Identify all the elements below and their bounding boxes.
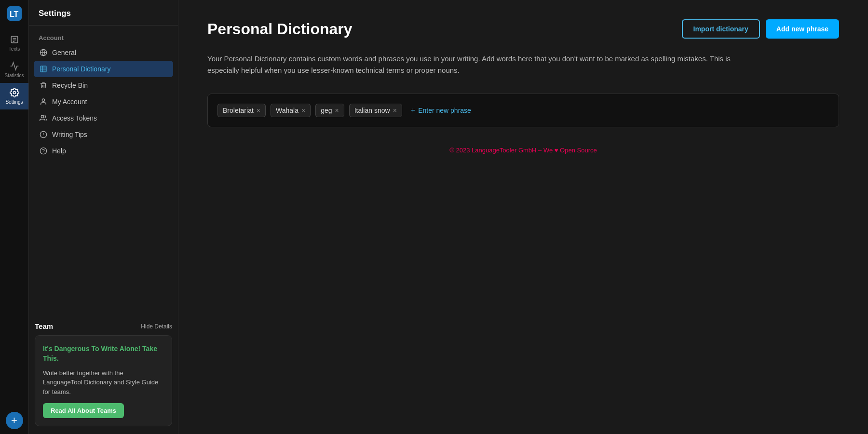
tag-label: Wahala — [276, 107, 298, 114]
svg-point-13 — [42, 99, 44, 101]
page-actions: Import dictionary Add new phrase — [682, 19, 840, 39]
footer-text: © 2023 LanguageTooler GmbH – We ♥ Open S… — [449, 147, 597, 154]
team-cta-button[interactable]: Read All About Teams — [43, 403, 124, 418]
main-content: Personal Dictionary Import dictionary Ad… — [178, 0, 868, 434]
svg-text:LT: LT — [10, 10, 19, 18]
remove-italian-snow-button[interactable]: × — [393, 107, 397, 114]
team-label: Team — [35, 322, 53, 330]
enter-phrase-label: Enter new phrase — [418, 107, 471, 114]
page-header: Personal Dictionary Import dictionary Ad… — [207, 19, 839, 39]
add-new-button[interactable]: + — [6, 412, 23, 429]
tag-label: Italian snow — [354, 107, 390, 114]
sidebar-item-my-account-label: My Account — [52, 98, 87, 106]
sidebar-item-recycle-bin[interactable]: Recycle Bin — [34, 77, 173, 94]
footer: © 2023 LanguageTooler GmbH – We ♥ Open S… — [207, 147, 839, 154]
svg-point-14 — [41, 115, 43, 118]
page-description: Your Personal Dictionary contains custom… — [207, 53, 738, 76]
add-new-phrase-button[interactable]: Add new phrase — [766, 19, 839, 39]
plus-icon: + — [411, 106, 415, 115]
tag-label: Broletariat — [223, 107, 254, 114]
sidebar-item-writing-tips-label: Writing Tips — [52, 131, 87, 138]
sidebar-item-general-label: General — [52, 49, 76, 56]
tag-wahala: Wahala × — [271, 104, 311, 117]
remove-geg-button[interactable]: × — [335, 107, 339, 114]
account-section-label: Account — [29, 26, 178, 44]
remove-wahala-button[interactable]: × — [301, 107, 305, 114]
tag-geg: geg × — [315, 104, 344, 117]
app-logo: LT — [6, 5, 23, 22]
svg-point-6 — [13, 92, 15, 94]
sidebar-title: Settings — [29, 0, 178, 26]
nav-statistics[interactable]: Statistics — [0, 56, 28, 83]
tag-italian-snow: Italian snow × — [349, 104, 402, 117]
nav-settings[interactable]: Settings — [0, 83, 28, 109]
sidebar-item-personal-dictionary[interactable]: Personal Dictionary — [34, 61, 173, 77]
svg-rect-9 — [41, 66, 46, 72]
sidebar-nav: General Personal Dictionary Recycle Bin — [29, 44, 178, 159]
sidebar-item-writing-tips[interactable]: Writing Tips — [34, 126, 173, 143]
sidebar-item-personal-dictionary-label: Personal Dictionary — [52, 65, 110, 73]
sidebar-item-access-tokens-label: Access Tokens — [52, 114, 97, 122]
team-card: It's Dangerous To Write Alone! Take This… — [35, 335, 172, 426]
sidebar-item-access-tokens[interactable]: Access Tokens — [34, 110, 173, 126]
team-card-title: It's Dangerous To Write Alone! Take This… — [43, 344, 164, 363]
icon-rail: LT Texts Statistics Settings + — [0, 0, 29, 434]
team-card-body: Write better together with the LanguageT… — [43, 368, 164, 397]
team-section: Team Hide Details It's Dangerous To Writ… — [29, 314, 178, 434]
rail-bottom: + — [0, 412, 28, 434]
enter-new-phrase-button[interactable]: + Enter new phrase — [407, 104, 475, 117]
import-dictionary-button[interactable]: Import dictionary — [682, 19, 760, 39]
sidebar-item-general[interactable]: General — [34, 44, 173, 61]
team-header: Team Hide Details — [35, 322, 172, 330]
sidebar-item-help[interactable]: Help — [34, 143, 173, 159]
sidebar-item-recycle-bin-label: Recycle Bin — [52, 81, 88, 89]
sidebar-item-my-account[interactable]: My Account — [34, 94, 173, 110]
remove-broletariat-button[interactable]: × — [257, 107, 260, 114]
nav-texts[interactable]: Texts — [0, 30, 28, 56]
tag-area: Broletariat × Wahala × geg × Italian sno… — [207, 94, 839, 127]
sidebar-item-help-label: Help — [52, 147, 66, 155]
hide-details-button[interactable]: Hide Details — [141, 323, 172, 330]
sidebar: Settings Account General Personal Dictio… — [29, 0, 178, 434]
page-title: Personal Dictionary — [207, 20, 353, 38]
tag-label: geg — [321, 107, 332, 114]
tag-broletariat: Broletariat × — [217, 104, 266, 117]
